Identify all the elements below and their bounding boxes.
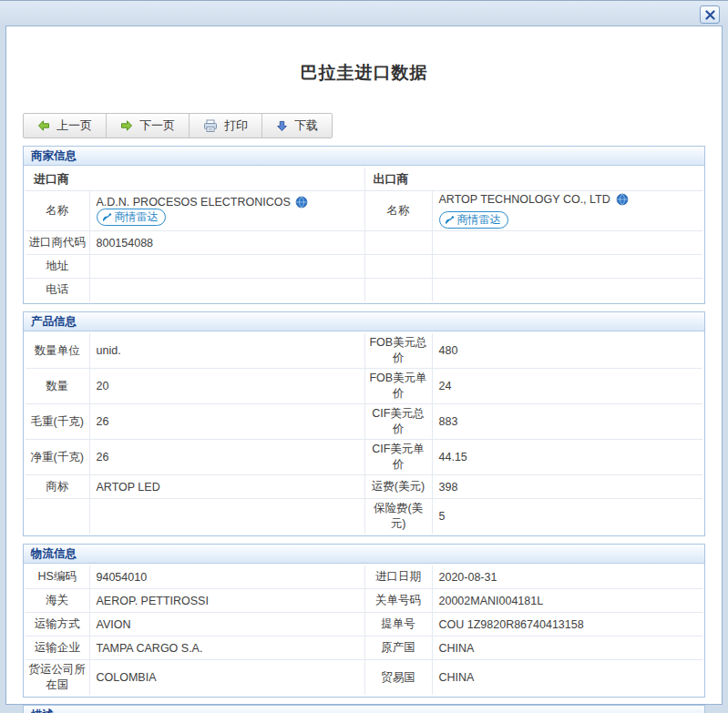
row-value: 26 [89, 440, 364, 475]
exporter-name-cell: ARTOP TECHNOLOGY CO., LTD [432, 191, 702, 231]
row-value [89, 499, 364, 535]
empty-cell [432, 255, 702, 279]
row-value: 94054010 [89, 565, 364, 589]
printer-icon [203, 119, 218, 133]
phone-value [89, 279, 364, 302]
row-value: COU 1Z9820R86740413158 [432, 613, 702, 637]
product-table: 数量单位 unid. FOB美元总价 480 数量 20 FOB美元单价 24 … [26, 333, 702, 534]
address-label: 地址 [26, 255, 89, 279]
table-row: 货运公司所在国 COLOMBIA 贸易国 CHINA [26, 660, 702, 696]
table-row: 数量 20 FOB美元单价 24 [26, 369, 702, 404]
arrow-right-icon [120, 119, 133, 132]
row-value: 20002MANI004181L [432, 589, 702, 613]
row-label: 运费(美元) [364, 475, 432, 499]
table-row: 进口商代码 800154088 [26, 231, 702, 255]
section-description: 描述 产品详细描述 20 UNIDADES DE LUCES DE LED DE… [23, 705, 705, 713]
table-row: 净重(千克) 26 CIF美元单价 44.15 [26, 440, 702, 475]
importer-column-header: 进口商 [26, 168, 364, 191]
product-section-header: 产品信息 [24, 312, 704, 331]
exporter-name-label: 名称 [364, 191, 432, 231]
row-value: AEROP. PETTIROSSI [89, 589, 364, 613]
row-label: CIF美元单价 [364, 440, 432, 475]
section-merchant: 商家信息 进口商 出口商 名称 A.D.N. PROCESOS ELECTRON… [23, 146, 705, 304]
row-label: 原产国 [364, 637, 432, 660]
table-row: 海关 AEROP. PETTIROSSI 关单号码 20002MANI00418… [26, 589, 702, 613]
address-value [89, 255, 364, 279]
toolbar: 上一页 下一页 打印 下载 [23, 113, 333, 138]
row-value: unid. [89, 333, 364, 369]
row-value: 20 [89, 369, 364, 404]
row-value: AVION [89, 613, 364, 637]
row-value: 398 [432, 475, 702, 499]
arrow-left-icon [37, 119, 50, 132]
empty-cell [364, 255, 432, 279]
row-label: 贸易国 [364, 660, 432, 696]
table-row: 商标 ARTOP LED 运费(美元) 398 [26, 475, 702, 499]
row-value: 2020-08-31 [432, 565, 702, 589]
business-radar-button[interactable]: 商情雷达 [97, 209, 166, 226]
row-value: 44.15 [432, 440, 702, 475]
row-value: 5 [432, 499, 702, 535]
section-product: 产品信息 数量单位 unid. FOB美元总价 480 数量 20 FOB美元单… [23, 311, 705, 536]
table-row: 数量单位 unid. FOB美元总价 480 [26, 333, 702, 369]
merchant-table: 进口商 出口商 名称 A.D.N. PROCESOS ELECTRONICOS [26, 168, 702, 301]
row-label: 提单号 [364, 613, 432, 637]
empty-cell [432, 231, 702, 255]
importer-name-label: 名称 [26, 191, 89, 231]
row-value: 24 [432, 369, 702, 404]
business-radar-button[interactable]: 商情雷达 [439, 211, 508, 229]
row-label: 商标 [26, 475, 89, 499]
next-page-label: 下一页 [139, 118, 175, 133]
row-label: 净重(千克) [26, 440, 89, 475]
print-button[interactable]: 打印 [190, 114, 262, 138]
exporter-column-header: 出口商 [364, 168, 702, 191]
row-value: 883 [432, 404, 702, 440]
row-label: 运输企业 [26, 637, 89, 660]
table-row: 名称 A.D.N. PROCESOS ELECTRONICOS [26, 191, 702, 231]
next-page-button[interactable]: 下一页 [107, 114, 190, 138]
importer-name-cell: A.D.N. PROCESOS ELECTRONICOS [89, 191, 364, 231]
phone-label: 电话 [26, 279, 89, 302]
logistics-section-header: 物流信息 [24, 545, 704, 564]
row-label: CIF美元总价 [364, 404, 432, 440]
dialog-content: 巴拉圭进口数据 上一页 下一页 打印 [5, 25, 723, 705]
importer-name-value: A.D.N. PROCESOS ELECTRONICOS [97, 196, 291, 209]
empty-cell [364, 279, 432, 302]
row-value: TAMPA CARGO S.A. [89, 637, 364, 660]
row-value: 26 [89, 404, 364, 440]
business-radar-label: 商情雷达 [457, 212, 501, 228]
download-label: 下载 [294, 118, 318, 133]
empty-cell [432, 279, 702, 302]
dialog-titlebar [0, 1, 728, 25]
merchant-section-header: 商家信息 [24, 147, 704, 166]
row-value: CHINA [432, 637, 702, 660]
row-value: ARTOP LED [89, 475, 364, 499]
table-row: HS编码 94054010 进口日期 2020-08-31 [26, 565, 702, 589]
row-label: 毛重(千克) [26, 404, 89, 440]
table-row: 保险费(美元) 5 [26, 499, 702, 535]
arrow-down-icon [276, 120, 288, 132]
logistics-table: HS编码 94054010 进口日期 2020-08-31 海关 AEROP. … [26, 565, 702, 695]
row-label: 数量单位 [26, 333, 89, 369]
prev-page-button[interactable]: 上一页 [24, 114, 107, 138]
close-button[interactable] [700, 5, 720, 24]
description-section-header: 描述 [24, 706, 704, 713]
row-label: FOB美元总价 [364, 333, 432, 369]
row-value: CHINA [432, 660, 702, 696]
row-label: 数量 [26, 369, 89, 404]
globe-icon[interactable] [616, 193, 629, 206]
table-row: 运输企业 TAMPA CARGO S.A. 原产国 CHINA [26, 637, 702, 660]
row-label: HS编码 [26, 565, 89, 589]
row-label: 保险费(美元) [364, 499, 432, 535]
table-row: 毛重(千克) 26 CIF美元总价 883 [26, 404, 702, 440]
exporter-name-value: ARTOP TECHNOLOGY CO., LTD [439, 193, 610, 206]
row-label: 货运公司所在国 [26, 660, 89, 696]
close-icon [705, 10, 715, 20]
row-label: 海关 [26, 589, 89, 613]
globe-icon[interactable] [295, 196, 308, 209]
business-radar-label: 商情雷达 [115, 209, 159, 225]
download-button[interactable]: 下载 [262, 114, 332, 138]
table-row: 运输方式 AVION 提单号 COU 1Z9820R86740413158 [26, 613, 702, 637]
row-value: 480 [432, 333, 702, 369]
dialog-window: 巴拉圭进口数据 上一页 下一页 打印 [0, 0, 728, 713]
